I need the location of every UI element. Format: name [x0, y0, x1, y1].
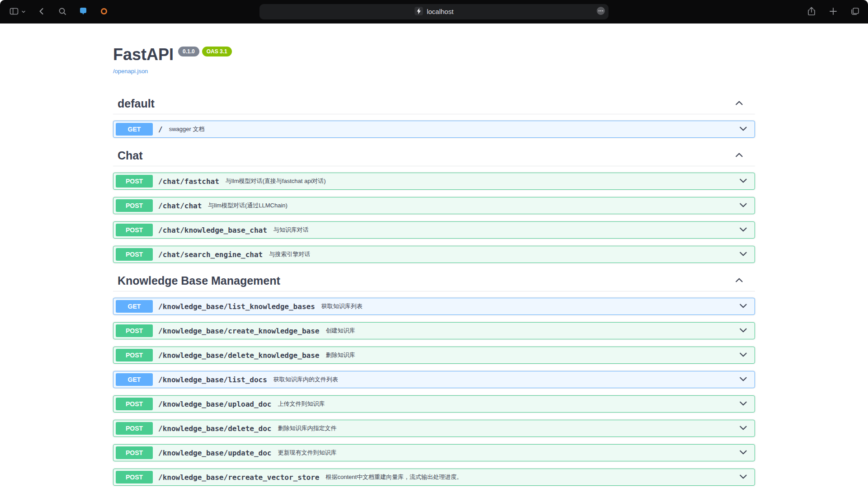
- expand-operation-button[interactable]: [738, 225, 748, 236]
- toolbar-right-controls: [806, 0, 861, 23]
- page-more-button[interactable]: [596, 7, 605, 16]
- method-badge: GET: [116, 123, 153, 136]
- openapi-spec-link[interactable]: /openapi.json: [113, 68, 148, 75]
- chevron-up-icon: [734, 275, 744, 286]
- plus-icon: [829, 7, 838, 17]
- operation-row[interactable]: POST /knowledge_base/upload_doc 上传文件到知识库: [113, 395, 755, 413]
- method-badge: POST: [116, 349, 153, 361]
- title-badges: 0.1.0 OAS 3.1: [178, 47, 232, 56]
- chevron-down-icon: [738, 399, 748, 410]
- method-badge: POST: [116, 199, 153, 212]
- expand-operation-button[interactable]: [738, 374, 748, 385]
- share-button[interactable]: [806, 4, 817, 19]
- operation-description: 根据content中文档重建向量库，流式输出处理进度。: [326, 473, 462, 481]
- section-header[interactable]: Knowledge Base Management: [113, 270, 755, 291]
- operation-path: /knowledge_base/list_knowledge_bases: [158, 302, 315, 311]
- operation-description: 创建知识库: [326, 327, 355, 335]
- operation-row[interactable]: POST /chat/search_engine_chat 与搜索引擎对话: [113, 246, 755, 263]
- chevron-down-icon: [738, 447, 748, 459]
- site-favicon-icon: [415, 7, 423, 17]
- operation-path: /: [158, 125, 163, 134]
- chevron-down-icon: [738, 374, 748, 385]
- content-container: FastAPI 0.1.0 OAS 3.1 /openapi.json defa…: [113, 45, 755, 486]
- section-header[interactable]: default: [113, 93, 755, 114]
- api-tag-section: Knowledge Base Management GET /knowledge…: [113, 270, 755, 486]
- operation-row[interactable]: POST /chat/knowledge_base_chat 与知识库对话: [113, 221, 755, 239]
- expand-operation-button[interactable]: [738, 200, 748, 211]
- ellipsis-icon: [596, 6, 605, 17]
- operation-description: 获取知识库内的文件列表: [274, 375, 338, 384]
- expand-operation-button[interactable]: [738, 176, 748, 187]
- swagger-ui-page: FastAPI 0.1.0 OAS 3.1 /openapi.json defa…: [0, 23, 868, 486]
- tab-overview-button[interactable]: [849, 4, 861, 19]
- sidebar-toggle-button[interactable]: [8, 4, 27, 19]
- operation-row[interactable]: POST /knowledge_base/delete_doc 删除知识库内指定…: [113, 420, 755, 437]
- method-badge: GET: [116, 373, 153, 386]
- share-icon: [807, 6, 816, 18]
- expand-operation-button[interactable]: [738, 399, 748, 410]
- collapse-section-button[interactable]: [734, 98, 744, 109]
- api-tag-section: Chat POST /chat/fastchat 与llm模型对话(直接与fas…: [113, 145, 755, 263]
- operation-row[interactable]: GET /knowledge_base/list_knowledge_bases…: [113, 298, 755, 315]
- method-badge: GET: [116, 300, 153, 313]
- section-title: Chat: [118, 149, 734, 162]
- sidebar-icon: [9, 6, 19, 18]
- expand-operation-button[interactable]: [738, 301, 748, 312]
- expand-operation-button[interactable]: [738, 124, 748, 135]
- operation-description: swagger 文档: [169, 125, 205, 133]
- browser-toolbar: localhost: [0, 0, 868, 23]
- extension-button-orange[interactable]: [98, 4, 110, 19]
- tabs-icon: [850, 7, 860, 17]
- method-badge: POST: [116, 398, 153, 410]
- chevron-down-icon: [738, 176, 748, 187]
- operation-description: 与知识库对话: [274, 226, 309, 234]
- operation-row[interactable]: POST /knowledge_base/delete_knowledge_ba…: [113, 347, 755, 364]
- version-badge: 0.1.0: [178, 47, 199, 56]
- expand-operation-button[interactable]: [738, 350, 748, 361]
- method-badge: POST: [116, 175, 153, 188]
- operation-path: /knowledge_base/recreate_vector_store: [158, 473, 319, 482]
- section-title: Knowledge Base Management: [118, 274, 734, 287]
- back-icon: [37, 7, 46, 17]
- operation-path: /chat/chat: [158, 202, 202, 210]
- section-header[interactable]: Chat: [113, 145, 755, 166]
- operation-description: 更新现有文件到知识库: [278, 449, 336, 457]
- method-badge: POST: [116, 324, 153, 337]
- operation-path: /knowledge_base/delete_doc: [158, 424, 271, 433]
- collapse-section-button[interactable]: [734, 275, 744, 286]
- search-icon: [58, 7, 67, 17]
- operation-row[interactable]: POST /knowledge_base/recreate_vector_sto…: [113, 469, 755, 486]
- operation-row[interactable]: POST /chat/chat 与llm模型对话(通过LLMChain): [113, 197, 755, 214]
- expand-operation-button[interactable]: [738, 472, 748, 483]
- api-sections: default GET / swagger 文档 Chat: [113, 93, 755, 486]
- operation-path: /chat/fastchat: [158, 177, 219, 186]
- method-badge: POST: [116, 248, 153, 261]
- collapse-section-button[interactable]: [734, 150, 744, 161]
- method-badge: POST: [116, 446, 153, 459]
- operation-row[interactable]: POST /knowledge_base/update_doc 更新现有文件到知…: [113, 444, 755, 461]
- operation-row[interactable]: POST /knowledge_base/create_knowledge_ba…: [113, 322, 755, 339]
- expand-operation-button[interactable]: [738, 325, 748, 337]
- chevron-down-icon: [738, 325, 748, 337]
- address-bar[interactable]: localhost: [259, 4, 609, 19]
- operation-description: 删除知识库内指定文件: [278, 424, 336, 432]
- operation-description: 与搜索引擎对话: [269, 250, 310, 258]
- expand-operation-button[interactable]: [738, 423, 748, 434]
- extension-button-blue[interactable]: [77, 4, 89, 19]
- api-title-text: FastAPI: [113, 45, 174, 64]
- operation-path: /chat/knowledge_base_chat: [158, 226, 267, 235]
- operations-list: POST /chat/fastchat 与llm模型对话(直接与fastchat…: [113, 173, 755, 263]
- expand-operation-button[interactable]: [738, 447, 748, 459]
- back-button[interactable]: [36, 4, 47, 19]
- new-tab-button[interactable]: [827, 4, 839, 19]
- operation-row[interactable]: GET /knowledge_base/list_docs 获取知识库内的文件列…: [113, 371, 755, 388]
- chevron-down-icon: [738, 124, 748, 135]
- operation-row[interactable]: POST /chat/fastchat 与llm模型对话(直接与fastchat…: [113, 173, 755, 190]
- page-title: FastAPI 0.1.0 OAS 3.1: [113, 45, 755, 64]
- search-button[interactable]: [57, 4, 68, 19]
- blue-extension-icon: [79, 7, 87, 17]
- operation-row[interactable]: GET / swagger 文档: [113, 121, 755, 138]
- expand-operation-button[interactable]: [738, 249, 748, 260]
- chevron-down-icon: [738, 350, 748, 361]
- oas-badge: OAS 3.1: [202, 47, 232, 56]
